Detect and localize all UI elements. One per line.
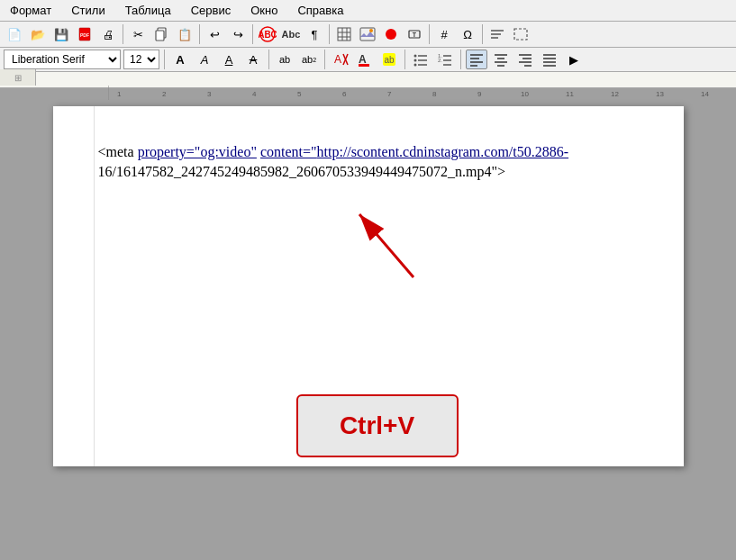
highlight-button[interactable]: ab [378,50,400,69]
sep2 [199,24,200,44]
svg-text:4: 4 [252,90,257,98]
align-center-button[interactable] [490,50,512,69]
svg-rect-6 [338,28,350,41]
svg-point-28 [414,55,417,58]
main-toolbar: 📄 📂 💾 PDF 🖨 ✂ 📋 ↩ ↪ ABC Abc ¶ [0,22,736,48]
svg-point-14 [386,29,396,40]
circle-button[interactable] [380,23,402,45]
svg-text:13: 13 [656,90,664,98]
svg-rect-3 [156,31,164,41]
property-link: property="og:video" [138,144,257,159]
svg-text:9: 9 [477,90,482,98]
menu-styles[interactable]: Стили [68,3,107,18]
menu-help[interactable]: Справка [295,3,346,18]
sep3 [252,24,253,44]
svg-text:2: 2 [162,90,167,98]
sep7 [164,50,165,69]
char-format-button[interactable]: ab [274,50,295,69]
menu-window[interactable]: Окно [248,3,280,18]
content-line2: 16/16147582_242745249485982_260670533949… [98,162,639,182]
hash-button[interactable]: # [433,23,455,45]
svg-text:A: A [334,53,341,66]
svg-text:PDF: PDF [80,32,89,38]
textbox-button[interactable]: T [404,23,425,45]
pilcrow-button[interactable]: ¶ [304,23,325,45]
svg-line-71 [359,214,413,277]
open-button[interactable]: 📂 [27,23,49,45]
align-left-button[interactable] [466,50,487,69]
menu-table[interactable]: Таблица [123,3,174,18]
align-right-button[interactable] [514,50,536,69]
svg-text:T: T [413,32,417,38]
content-line1: <meta property="og:video" content="http:… [98,142,639,162]
ordered-list-button[interactable]: 1.2. [434,50,456,69]
omega-button[interactable]: Ω [457,23,478,45]
strikethrough-button[interactable]: A [242,50,264,69]
svg-rect-25 [359,64,369,67]
sep1 [123,24,123,44]
font-size-selector[interactable]: 12 [123,50,159,69]
svg-marker-12 [360,32,375,37]
abc-button[interactable]: Abc [280,23,302,45]
svg-text:6: 6 [342,90,347,98]
redo-button[interactable]: ↪ [227,23,249,45]
sep9 [324,50,325,69]
font-selector[interactable]: Liberation Serif [4,50,121,69]
cut-button[interactable]: ✂ [127,23,149,45]
table-button[interactable] [333,23,355,45]
svg-text:11: 11 [566,90,574,98]
paste-button[interactable]: 📋 [174,23,195,45]
content-link: content="http://scontent.cdninstagram.co… [260,144,568,159]
svg-text:3: 3 [207,90,212,98]
list-button[interactable] [410,50,432,69]
svg-text:1: 1 [117,90,122,98]
undo-button[interactable]: ↩ [204,23,225,45]
font-toolbar: Liberation Serif 12 A A A A ab ab2 A A a… [0,48,736,72]
sep5 [429,24,430,44]
app-window: Формат Стили Таблица Сервис Окно Справка… [0,0,736,560]
ruler: ⊞ 1 2 3 4 5 6 7 8 9 10 11 12 13 14 [0,72,736,88]
svg-text:8: 8 [432,90,437,98]
underline-button[interactable]: A [218,50,240,69]
copy-button[interactable] [150,23,172,45]
ruler-corner: ⊞ [0,69,36,86]
svg-text:12: 12 [611,90,619,98]
svg-text:ABC: ABC [259,30,277,40]
image-button[interactable] [357,23,378,45]
svg-point-29 [414,59,417,62]
annotation-arrow [341,196,450,286]
sort-button[interactable] [486,23,508,45]
print-button[interactable]: 🖨 [97,23,119,45]
ctrl-v-text: Ctrl+V [340,411,414,440]
menu-bar: Формат Стили Таблица Сервис Окно Справка [0,0,736,22]
bold-button[interactable]: A [169,50,191,69]
frame-button[interactable] [510,23,532,45]
sep6 [482,24,483,44]
menu-service[interactable]: Сервис [188,3,234,18]
document-area: <meta property="og:video" content="http:… [0,88,736,560]
char-format2-button[interactable]: ab2 [298,50,320,69]
justify-button[interactable] [539,50,560,69]
pdf-button[interactable]: PDF [74,23,95,45]
svg-text:ab: ab [384,55,395,65]
svg-text:A: A [359,53,367,66]
menu-format[interactable]: Формат [7,3,54,18]
sep4 [329,24,330,44]
margin-line [94,106,95,466]
svg-point-30 [414,64,417,67]
new-button[interactable]: 📄 [4,23,25,45]
italic-button[interactable]: A [194,50,215,69]
svg-text:7: 7 [387,90,392,98]
spellcheck-button[interactable]: ABC [257,23,278,45]
font-color-button[interactable]: A [354,50,376,69]
svg-point-13 [369,29,373,32]
sep8 [268,50,269,69]
ctrl-v-annotation: Ctrl+V [296,394,459,457]
svg-text:10: 10 [521,90,529,98]
doc-content[interactable]: <meta property="og:video" content="http:… [98,142,639,183]
document-page: <meta property="og:video" content="http:… [53,106,684,466]
save-button[interactable]: 💾 [50,23,72,45]
clear-format-button[interactable]: A [330,50,351,69]
svg-rect-20 [514,29,527,40]
more-align-button[interactable]: ▶ [563,50,585,69]
